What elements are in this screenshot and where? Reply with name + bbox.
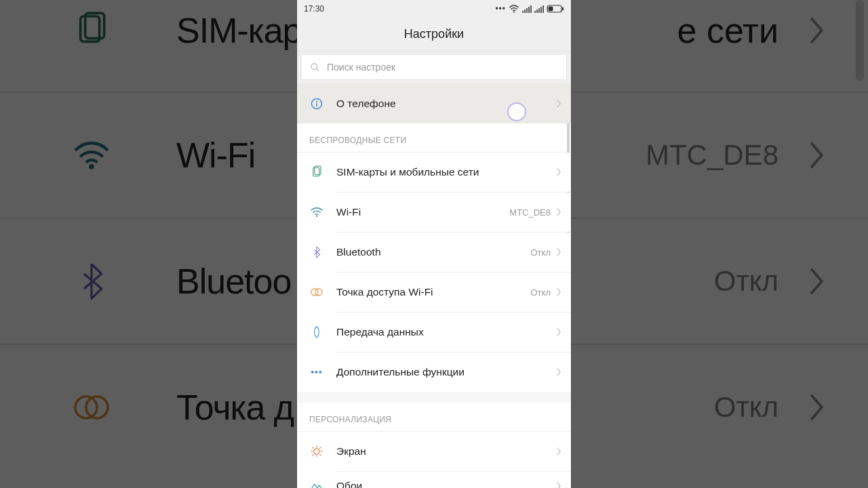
sim-icon: [309, 165, 324, 179]
phone-frame: 17:30 ••• Настройки Поиск настроек О тел…: [297, 0, 571, 488]
svg-rect-7: [549, 7, 553, 12]
row-wallpaper-label: Обои: [336, 480, 362, 488]
bg-hotspot-label: Точка д: [176, 387, 294, 428]
bg-hotspot-value: Откл: [714, 391, 778, 424]
row-hotspot-value: Откл: [531, 287, 551, 298]
bg-bt-label: Bluetoo: [176, 261, 291, 302]
row-wallpaper[interactable]: Обои: [297, 472, 571, 488]
row-about-phone[interactable]: О телефоне: [297, 84, 571, 123]
row-bt-label: Bluetooth: [336, 246, 381, 258]
signal-icon-1: [522, 5, 532, 13]
bg-sim-label2: е сети: [677, 10, 778, 51]
chevron-right-icon: [806, 13, 827, 48]
section-personalization: ПЕРСОНАЛИЗАЦИЯ Экран Обои: [297, 403, 571, 488]
tap-indicator: [507, 102, 526, 121]
svg-point-11: [316, 101, 317, 102]
svg-point-5: [513, 12, 515, 13]
section-header-wireless: БЕСПРОВОДНЫЕ СЕТИ: [297, 123, 571, 152]
svg-point-15: [316, 216, 317, 217]
wifi-icon: [309, 207, 324, 218]
chevron-right-icon: [556, 207, 561, 217]
row-sim-label: SIM-карты и мобильные сети: [336, 166, 479, 178]
row-about-label: О телефоне: [336, 98, 396, 110]
chevron-right-icon: [556, 287, 561, 297]
chevron-right-icon: [556, 247, 561, 257]
chevron-right-icon: [556, 447, 561, 456]
row-display-label: Экран: [336, 445, 366, 458]
chevron-right-icon: [806, 264, 827, 299]
signal-icon-2: [534, 5, 544, 13]
chevron-right-icon: [556, 167, 561, 177]
row-display[interactable]: Экран: [297, 432, 571, 471]
row-wifi-label: Wi-Fi: [336, 206, 361, 218]
bg-sim-label: SIM-кар: [176, 10, 302, 51]
status-bar: 17:30 •••: [297, 0, 571, 18]
chevron-right-icon: [806, 390, 827, 425]
svg-point-2: [89, 164, 94, 169]
hotspot-icon: [309, 287, 324, 298]
bg-bt-value: Откл: [714, 265, 778, 298]
svg-point-16: [311, 289, 318, 296]
row-data-usage[interactable]: Передача данных: [297, 312, 571, 352]
settings-scroll-area[interactable]: О телефоне БЕСПРОВОДНЫЕ СЕТИ SIM-карты и…: [297, 84, 571, 488]
info-icon: [309, 97, 324, 110]
svg-point-18: [314, 449, 319, 454]
row-wifi[interactable]: Wi-Fi MTC_DE8: [297, 192, 571, 232]
section-wireless: БЕСПРОВОДНЫЕ СЕТИ SIM-карты и мобильные …: [297, 123, 571, 392]
row-data-label: Передача данных: [336, 326, 424, 338]
wifi-status-icon: [509, 5, 519, 13]
hotspot-icon: [68, 392, 115, 422]
more-icon: •••: [495, 4, 506, 14]
chevron-right-icon: [556, 99, 561, 108]
more-options-icon: •••: [309, 367, 324, 378]
bluetooth-icon: [309, 245, 324, 259]
bg-wifi-value: MTC_DE8: [646, 139, 778, 171]
chevron-right-icon: [556, 367, 561, 377]
status-time: 17:30: [304, 4, 324, 14]
display-icon: [309, 445, 324, 458]
data-usage-icon: [309, 325, 324, 339]
row-hotspot-label: Точка доступа Wi-Fi: [336, 286, 433, 298]
svg-point-17: [315, 289, 322, 296]
svg-point-9: [311, 63, 317, 69]
page-title: Настройки: [297, 18, 571, 52]
chevron-right-icon: [806, 138, 827, 173]
page-title-text: Настройки: [404, 27, 464, 41]
row-hotspot[interactable]: Точка доступа Wi-Fi Откл: [297, 272, 571, 312]
svg-rect-8: [562, 7, 564, 11]
svg-rect-12: [316, 103, 317, 106]
row-bt-value: Откл: [531, 247, 551, 258]
search-input[interactable]: Поиск настроек: [301, 54, 567, 80]
search-placeholder: Поиск настроек: [327, 62, 395, 73]
bg-wifi-label: Wi-Fi: [176, 135, 255, 176]
wifi-icon: [68, 139, 115, 171]
battery-icon: [547, 5, 564, 13]
row-bluetooth[interactable]: Bluetooth Откл: [297, 232, 571, 272]
chevron-right-icon: [556, 481, 561, 488]
row-more[interactable]: ••• Дополнительные функции: [297, 352, 571, 392]
row-more-label: Дополнительные функции: [336, 366, 465, 378]
bluetooth-icon: [68, 261, 115, 302]
wallpaper-icon: [309, 480, 324, 488]
section-header-personalization: ПЕРСОНАЛИЗАЦИЯ: [297, 403, 571, 432]
row-sim[interactable]: SIM-карты и мобильные сети: [297, 152, 571, 192]
chevron-right-icon: [556, 327, 561, 337]
sim-icon: [68, 12, 115, 49]
row-wifi-value: MTC_DE8: [509, 207, 551, 218]
search-icon: [310, 62, 320, 73]
